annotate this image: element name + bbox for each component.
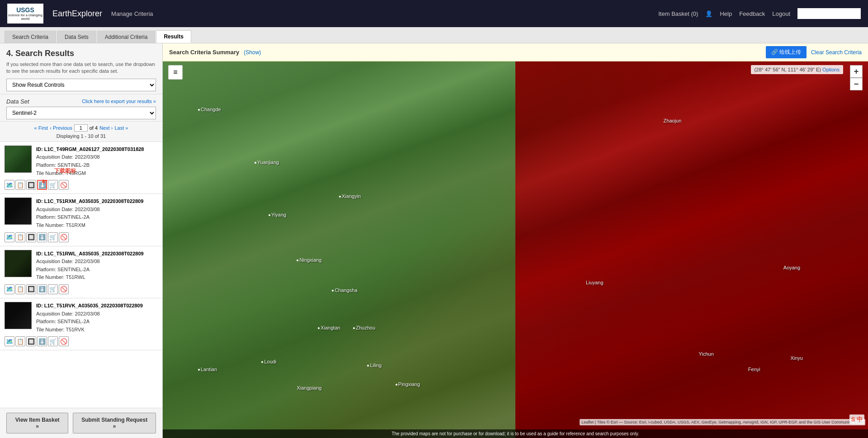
- show-result-controls-dropdown[interactable]: Show Result Controls: [6, 79, 156, 91]
- nav-tabs: Search Criteria Data Sets Additional Cri…: [0, 27, 868, 43]
- exclude-btn[interactable]: 🚫: [59, 284, 69, 294]
- first-page-link[interactable]: « First: [34, 125, 48, 131]
- compare-btn[interactable]: 🔲: [26, 284, 36, 294]
- last-page-link[interactable]: Last »: [114, 125, 128, 131]
- result-item: ID: L1C_T51RXM_A035035_20220308T022809 A…: [0, 194, 162, 246]
- usgs-logo: USGS science for a changing world: [7, 4, 43, 24]
- item-basket-link[interactable]: Item Basket (0): [658, 10, 698, 17]
- map-disclaimer: The provided maps are not for purchase o…: [163, 429, 868, 438]
- result-item-top: ID: L1C_T51RXM_A035035_20220308T022809 A…: [5, 198, 158, 229]
- map-area: Search Criteria Summary (Show) 🔗 绘线上传 Cl…: [163, 43, 868, 438]
- pagination-controls: « First ‹ Previous of 4 Next › Last »: [6, 124, 156, 132]
- app-header: USGS science for a changing world EarthE…: [0, 0, 868, 27]
- map-container[interactable]: ≡ (28° 47' 56" N, 111° 46' 29" E) Option…: [163, 61, 868, 438]
- exclude-btn[interactable]: 🚫: [59, 180, 69, 190]
- footprint-btn[interactable]: 🗺️: [5, 336, 14, 346]
- prev-page-link[interactable]: ‹ Previous: [50, 125, 72, 131]
- download-btn[interactable]: ⬇️: [37, 336, 47, 346]
- esri-logo: S 中: [849, 414, 864, 424]
- zoom-in-btn[interactable]: +: [850, 65, 863, 78]
- coords-text: (28° 47' 56" N, 111° 46' 29" E): [755, 67, 821, 72]
- add-to-cart-btn[interactable]: 🛒: [48, 336, 58, 346]
- view-item-basket-btn[interactable]: View Item Basket »: [6, 413, 68, 433]
- result-item: ID: L1C_T51RWL_A035035_20220308T022809 A…: [0, 246, 162, 298]
- result-tile: Tile Number: T49RGM: [36, 170, 158, 178]
- header-search-input[interactable]: [797, 8, 861, 19]
- submit-standing-request-btn[interactable]: Submit Standing Request »: [73, 413, 156, 433]
- footprint-btn[interactable]: 🗺️: [5, 284, 14, 294]
- result-actions: 🗺️ 📋 🔲 ⬇️ 🛒 🚫 下载图标 ➜: [5, 180, 158, 190]
- next-page-link[interactable]: Next ›: [99, 125, 113, 131]
- help-link[interactable]: Help: [720, 10, 732, 17]
- result-acquisition: Acquisition Date: 2022/03/08: [36, 206, 158, 214]
- export-results-link[interactable]: Click here to export your results »: [82, 99, 156, 104]
- preview-btn[interactable]: 📋: [15, 232, 25, 242]
- preview-btn[interactable]: 📋: [15, 284, 25, 294]
- search-results-description: If you selected more than one data set t…: [6, 61, 156, 75]
- options-btn[interactable]: Options: [822, 67, 840, 72]
- download-btn[interactable]: ⬇️: [37, 284, 47, 294]
- result-platform: Platform: SENTINEL-2A: [36, 318, 158, 326]
- result-platform: Platform: SENTINEL-2A: [36, 266, 158, 274]
- exclude-btn[interactable]: 🚫: [59, 232, 69, 242]
- criteria-show-link[interactable]: (Show): [244, 49, 261, 56]
- dataset-section: Data Set Click here to export your resul…: [0, 94, 162, 122]
- preview-btn[interactable]: 📋: [15, 180, 25, 190]
- tab-results[interactable]: Results: [156, 30, 191, 43]
- pagination-section: « First ‹ Previous of 4 Next › Last » Di…: [0, 122, 162, 142]
- tab-search-criteria[interactable]: Search Criteria: [5, 31, 56, 43]
- manage-criteria-link[interactable]: Manage Criteria: [111, 10, 153, 17]
- result-thumbnail: [5, 250, 32, 277]
- dataset-dropdown[interactable]: Sentinel-2: [6, 107, 156, 119]
- result-tile: Tile Number: T51RXM: [36, 221, 158, 230]
- add-to-cart-btn[interactable]: 🛒: [48, 232, 58, 242]
- logout-link[interactable]: Logout: [772, 10, 790, 17]
- clear-search-criteria-btn[interactable]: Clear Search Criteria: [811, 49, 862, 56]
- result-item-top: ID: L1C_T49RGM_A026127_20220308T031828 A…: [5, 146, 158, 177]
- compare-btn[interactable]: 🔲: [26, 336, 36, 346]
- compare-btn[interactable]: 🔲: [26, 180, 36, 190]
- feedback-link[interactable]: Feedback: [739, 10, 765, 17]
- preview-btn[interactable]: 📋: [15, 336, 25, 346]
- result-item-top: ID: L1C_T51RWL_A035035_20220308T022809 A…: [5, 250, 158, 282]
- download-btn[interactable]: ⬇️: [37, 180, 47, 190]
- compare-btn[interactable]: 🔲: [26, 232, 36, 242]
- result-item-top: ID: L1C_T51RVK_A035035_20220308T022809 A…: [5, 302, 158, 334]
- tab-data-sets[interactable]: Data Sets: [57, 31, 96, 43]
- footprint-btn[interactable]: 🗺️: [5, 180, 14, 190]
- result-tile: Tile Number: T51RWL: [36, 273, 158, 282]
- bottom-buttons: View Item Basket » Submit Standing Reque…: [0, 408, 162, 438]
- header-right: Item Basket (0) 👤 Help Feedback Logout: [658, 8, 861, 19]
- result-thumbnail: [5, 302, 32, 329]
- result-acquisition: Acquisition Date: 2022/03/08: [36, 258, 158, 266]
- add-to-cart-btn[interactable]: 🛒: [48, 180, 58, 190]
- search-results-header: 4. Search Results If you selected more t…: [0, 43, 162, 94]
- result-info: ID: L1C_T51RWL_A035035_20220308T022809 A…: [36, 250, 158, 282]
- result-item: ID: L1C_T49RGM_A026127_20220308T031828 A…: [0, 142, 162, 194]
- footprint-btn[interactable]: 🗺️: [5, 232, 14, 242]
- result-id: ID: L1C_T51RVK_A035035_20220308T022809: [36, 302, 158, 310]
- add-to-cart-btn[interactable]: 🛒: [48, 284, 58, 294]
- upload-btn[interactable]: 🔗 绘线上传: [766, 46, 807, 58]
- result-info: ID: L1C_T51RVK_A035035_20220308T022809 A…: [36, 302, 158, 334]
- left-panel: 4. Search Results If you selected more t…: [0, 43, 163, 438]
- result-actions: 🗺️ 📋 🔲 ⬇️ 🛒 🚫: [5, 336, 158, 346]
- dataset-label: Data Set: [6, 98, 29, 105]
- tab-additional-criteria[interactable]: Additional Criteria: [97, 31, 156, 43]
- exclude-btn[interactable]: 🚫: [59, 336, 69, 346]
- result-info: ID: L1C_T49RGM_A026127_20220308T031828 A…: [36, 146, 158, 177]
- result-thumbnail: [5, 146, 32, 173]
- result-actions: 🗺️ 📋 🔲 ⬇️ 🛒 🚫: [5, 284, 158, 294]
- displaying-text: Displaying 1 - 10 of 31: [6, 133, 156, 139]
- map-zoom-controls: + −: [850, 65, 863, 90]
- page-number-input[interactable]: [74, 124, 88, 132]
- download-btn[interactable]: ⬇️: [37, 232, 47, 242]
- result-thumbnail: [5, 198, 32, 225]
- map-attribution: Leaflet | Tiles © Esri — Source: Esri, i…: [580, 419, 865, 425]
- result-platform: Platform: SENTINEL-2B: [36, 161, 158, 170]
- result-acquisition: Acquisition Date: 2022/03/08: [36, 310, 158, 318]
- zoom-out-btn[interactable]: −: [850, 78, 863, 90]
- map-layer-btn[interactable]: ≡: [168, 65, 183, 80]
- criteria-right: 🔗 绘线上传 Clear Search Criteria: [766, 46, 862, 58]
- result-item: ID: L1C_T51RVK_A035035_20220308T022809 A…: [0, 298, 162, 350]
